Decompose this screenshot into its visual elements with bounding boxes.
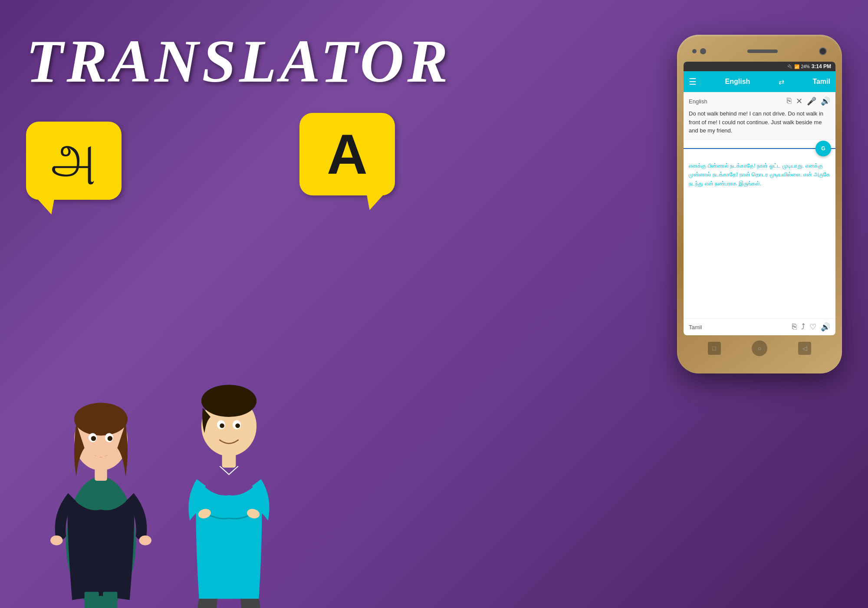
- divider-line: [684, 148, 835, 149]
- phone-body: 🔌 📶 24% 3:14 PM ☰ English ⇄ Tamil: [677, 35, 842, 373]
- svg-rect-10: [85, 591, 99, 608]
- usb-icon: 🔌: [787, 64, 792, 69]
- recent-apps-button[interactable]: □: [708, 342, 721, 355]
- battery-text: 24%: [801, 64, 810, 69]
- copy-input-icon[interactable]: ⎘: [787, 96, 792, 106]
- signal-icon: 📶: [794, 64, 799, 69]
- listen-output-icon[interactable]: 🔊: [821, 322, 830, 332]
- speaker-grille: [747, 50, 778, 53]
- output-label-row: Tamil ⎘ ⤴ ♡ 🔊: [684, 318, 835, 335]
- output-action-icons: ⎘ ⤴ ♡ 🔊: [792, 322, 830, 332]
- back-button[interactable]: ◁: [798, 342, 811, 355]
- output-area: எனக்கு பின்னால் நடக்காதே! நான் ஓட்ட முடி…: [684, 157, 835, 314]
- app-title: TRANSLATOR: [26, 26, 451, 96]
- favorite-output-icon[interactable]: ♡: [809, 322, 816, 332]
- home-button[interactable]: ○: [752, 340, 767, 356]
- listen-input-icon[interactable]: 🔊: [821, 96, 830, 106]
- input-language-label: English: [689, 98, 707, 105]
- front-camera: [819, 47, 827, 55]
- svg-point-18: [235, 423, 240, 428]
- input-text-content[interactable]: Do not walk behind me! I can not drive. …: [689, 109, 830, 135]
- clear-input-icon[interactable]: ✕: [796, 96, 802, 106]
- output-language-label: Tamil: [689, 324, 702, 330]
- phone-screen: 🔌 📶 24% 3:14 PM ☰ English ⇄ Tamil: [684, 62, 835, 335]
- input-action-icons: ⎘ ✕ 🎤 🔊: [787, 96, 830, 106]
- translate-button[interactable]: G: [815, 141, 831, 156]
- svg-point-17: [220, 423, 224, 428]
- output-text-content: எனக்கு பின்னால் நடக்காதே! நான் ஓட்ட முடி…: [689, 162, 830, 188]
- input-label-row: English ⎘ ✕ 🎤 🔊: [689, 96, 830, 106]
- svg-point-6: [91, 436, 96, 440]
- status-bar: 🔌 📶 24% 3:14 PM: [684, 62, 835, 71]
- female-character: [43, 321, 158, 608]
- app-header: ☰ English ⇄ Tamil: [684, 71, 835, 92]
- share-output-icon[interactable]: ⤴: [801, 322, 805, 332]
- svg-point-7: [108, 436, 112, 440]
- english-speech-bubble: A: [299, 113, 399, 200]
- phone-bottom-nav: □ ○ ◁: [684, 335, 835, 361]
- phone-mockup: 🔌 📶 24% 3:14 PM ☰ English ⇄ Tamil: [677, 35, 842, 373]
- camera-dot-large: [700, 48, 706, 54]
- mic-icon[interactable]: 🎤: [807, 96, 816, 106]
- male-character: [171, 309, 286, 608]
- google-translate-icon: G: [821, 145, 825, 152]
- status-icons: 🔌 📶 24% 3:14 PM: [787, 63, 831, 69]
- svg-point-9: [139, 535, 151, 545]
- camera-dot-small: [692, 49, 697, 53]
- svg-rect-11: [103, 591, 117, 608]
- input-area: English ⎘ ✕ 🎤 🔊 Do not walk behind me! I…: [684, 92, 835, 140]
- copy-output-icon[interactable]: ⎘: [792, 322, 797, 332]
- status-time: 3:14 PM: [812, 63, 831, 69]
- swap-languages-icon[interactable]: ⇄: [779, 78, 784, 86]
- output-section: எனக்கு பின்னால் நடக்காதே! நான் ஓட்ட முடி…: [684, 157, 835, 336]
- svg-point-14: [201, 385, 256, 417]
- divider-area: G: [684, 140, 835, 157]
- menu-icon[interactable]: ☰: [689, 76, 697, 87]
- tamil-speech-bubble: அ: [26, 122, 126, 208]
- camera-area: [692, 48, 706, 54]
- phone-top-bar: [684, 41, 835, 61]
- english-character: A: [299, 113, 395, 195]
- svg-point-8: [50, 535, 62, 545]
- characters-illustration: [43, 309, 286, 608]
- target-language-label[interactable]: Tamil: [812, 78, 830, 86]
- source-language-label[interactable]: English: [725, 78, 750, 86]
- svg-point-3: [74, 403, 128, 436]
- screen-content: 🔌 📶 24% 3:14 PM ☰ English ⇄ Tamil: [684, 62, 835, 335]
- tamil-character: அ: [26, 122, 122, 200]
